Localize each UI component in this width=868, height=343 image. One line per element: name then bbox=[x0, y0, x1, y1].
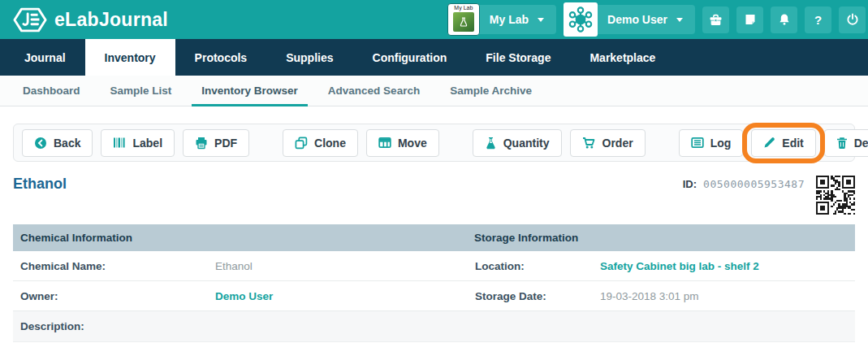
cart-icon bbox=[582, 137, 596, 150]
brand-name: eLabJournal bbox=[54, 9, 168, 31]
quantity-button[interactable]: Quantity bbox=[473, 129, 562, 157]
tab-inventory[interactable]: Inventory bbox=[85, 39, 175, 76]
app-header: eLabJournal My Lab My Lab bbox=[0, 0, 868, 39]
storage-date-value: 19-03-2018 3:01 pm bbox=[600, 290, 855, 302]
clone-button[interactable]: Clone bbox=[283, 129, 358, 157]
tab-file-storage[interactable]: File Storage bbox=[466, 39, 570, 76]
page-title: Ethanol bbox=[13, 176, 67, 193]
subnav-item-inventory-browser[interactable]: Inventory Browser bbox=[192, 76, 308, 106]
qr-code bbox=[816, 176, 855, 215]
brand[interactable]: eLabJournal bbox=[13, 7, 168, 33]
subnav-item-advanced-search[interactable]: Advanced Search bbox=[318, 76, 430, 106]
table-row: Owner: Demo User Storage Date: 19-03-201… bbox=[13, 281, 855, 311]
power-icon bbox=[846, 13, 859, 26]
description-label: Description: bbox=[13, 320, 215, 332]
back-icon bbox=[34, 137, 47, 150]
chevron-down-icon bbox=[676, 18, 683, 22]
toolbox-button[interactable] bbox=[702, 7, 729, 33]
notifications-button[interactable] bbox=[771, 7, 797, 33]
owner-label: Owner: bbox=[13, 290, 215, 302]
chemical-name-label: Chemical Name: bbox=[13, 260, 215, 272]
user-avatar bbox=[564, 2, 598, 37]
location-link[interactable]: Safety Cabinet big lab - shelf 2 bbox=[600, 260, 855, 272]
clone-icon bbox=[295, 137, 308, 150]
main-nav: Journal Inventory Protocols Supplies Con… bbox=[0, 39, 868, 76]
notes-button[interactable] bbox=[736, 7, 763, 33]
subnav-item-sample-archive[interactable]: Sample Archive bbox=[440, 76, 542, 106]
elabjournal-logo-icon bbox=[13, 7, 47, 33]
pdf-button[interactable]: PDF bbox=[183, 129, 249, 157]
tab-configuration[interactable]: Configuration bbox=[353, 39, 467, 76]
subnav-item-sample-list[interactable]: Sample List bbox=[101, 76, 182, 106]
user-dropdown[interactable]: Demo User bbox=[595, 5, 695, 34]
back-button[interactable]: Back bbox=[22, 129, 93, 157]
record-info-table: Chemical Information Storage Information… bbox=[13, 224, 855, 342]
table-row: Description: bbox=[13, 311, 855, 341]
tab-supplies[interactable]: Supplies bbox=[266, 39, 352, 76]
storage-date-label: Storage Date: bbox=[467, 290, 600, 302]
table-row: Chemical Name: Ethanol Location: Safety … bbox=[13, 251, 855, 281]
flask-icon bbox=[485, 137, 497, 150]
delete-button[interactable]: Delete bbox=[824, 129, 868, 157]
toolbox-icon bbox=[709, 13, 723, 27]
pencil-icon bbox=[763, 137, 775, 149]
location-label: Location: bbox=[467, 260, 600, 272]
chemical-information-header: Chemical Information bbox=[13, 232, 467, 244]
barcode-icon bbox=[113, 137, 126, 149]
sub-nav: Dashboard Sample List Inventory Browser … bbox=[0, 76, 868, 106]
tab-protocols[interactable]: Protocols bbox=[175, 39, 267, 76]
trash-icon bbox=[836, 137, 848, 150]
lab-selector[interactable]: My Lab My Lab bbox=[447, 3, 556, 36]
edit-button[interactable]: Edit bbox=[751, 129, 815, 157]
printer-icon bbox=[195, 137, 208, 150]
record-id-label: ID: bbox=[683, 178, 697, 190]
help-button[interactable]: ? bbox=[805, 7, 831, 33]
note-icon bbox=[744, 13, 757, 26]
order-button[interactable]: Order bbox=[570, 129, 646, 157]
table-header-row: Chemical Information Storage Information bbox=[13, 224, 855, 251]
record-toolbar: Back Label PDF Clone Move Quantity bbox=[13, 124, 855, 162]
table-icon bbox=[378, 137, 391, 149]
question-mark-icon: ? bbox=[814, 13, 822, 27]
log-button[interactable]: Log bbox=[679, 129, 744, 157]
storage-information-header: Storage Information bbox=[467, 232, 855, 244]
tab-journal[interactable]: Journal bbox=[5, 39, 85, 76]
my-lab-dropdown[interactable]: My Lab bbox=[477, 5, 556, 34]
user-menu[interactable]: Demo User bbox=[564, 2, 695, 37]
logout-button[interactable] bbox=[839, 7, 866, 33]
lab-image bbox=[453, 12, 474, 32]
owner-link[interactable]: Demo User bbox=[215, 290, 467, 302]
subnav-item-dashboard[interactable]: Dashboard bbox=[13, 76, 90, 106]
chevron-down-icon bbox=[538, 18, 544, 22]
log-icon bbox=[691, 137, 704, 149]
move-button[interactable]: Move bbox=[366, 129, 439, 157]
label-button[interactable]: Label bbox=[101, 129, 175, 157]
tab-marketplace[interactable]: Marketplace bbox=[570, 39, 675, 76]
bell-icon bbox=[778, 13, 791, 26]
chemical-name-value: Ethanol bbox=[215, 260, 467, 272]
lab-thumbnail: My Lab bbox=[447, 3, 480, 36]
record-id-value: 005000005953487 bbox=[703, 178, 805, 190]
